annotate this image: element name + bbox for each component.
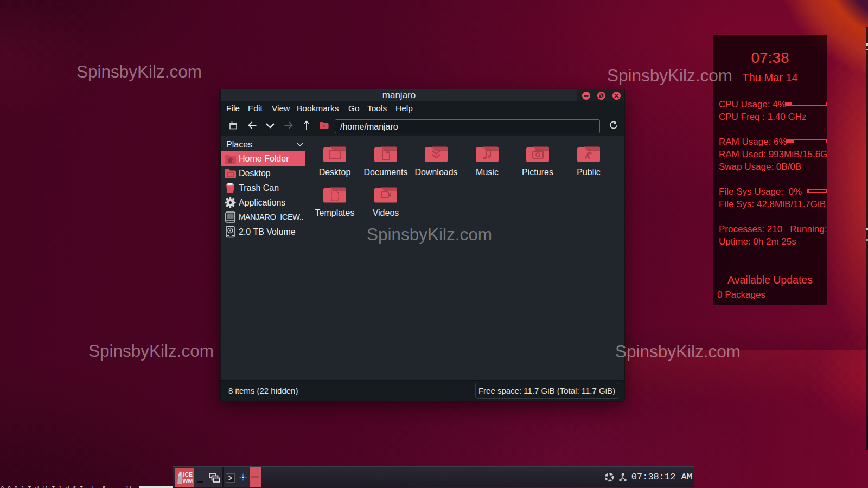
svg-text:ICE: ICE [183, 471, 193, 478]
svg-text:WM: WM [183, 478, 193, 484]
